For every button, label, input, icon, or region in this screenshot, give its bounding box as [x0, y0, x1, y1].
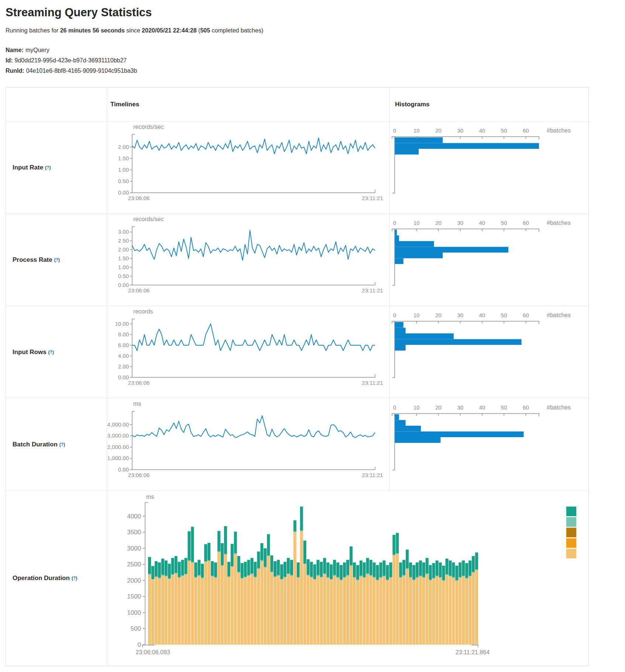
completed-batch-count: 505: [200, 27, 210, 34]
operation-duration-chart-cell: ms0500100015002000250030003500400023:06:…: [107, 491, 588, 666]
svg-text:10: 10: [413, 127, 420, 134]
svg-text:0.00: 0.00: [118, 282, 129, 288]
svg-text:4,000.00: 4,000.00: [107, 421, 129, 428]
query-name-row: Name:myQuery: [6, 45, 625, 55]
svg-text:50: 50: [501, 127, 507, 134]
query-id-row: Id:9d0dd219-995d-423e-b97d-36931110bb27: [6, 55, 625, 66]
input-rate-timeline-chart: records/sec0.000.501.001.502.0023:06:062…: [107, 121, 389, 213]
svg-text:#batches: #batches: [547, 312, 571, 318]
svg-text:0: 0: [393, 127, 396, 134]
start-timestamp: 2020/05/21 22:44:28: [142, 27, 197, 34]
svg-text:1,000.00: 1,000.00: [107, 455, 129, 461]
header-empty-cell: [6, 88, 107, 121]
svg-text:1500: 1500: [127, 593, 141, 600]
svg-text:50: 50: [501, 404, 507, 411]
svg-text:4000: 4000: [127, 513, 141, 520]
svg-text:records/sec: records/sec: [133, 124, 164, 130]
svg-text:23:06:06: 23:06:06: [128, 472, 150, 478]
svg-text:50: 50: [501, 312, 507, 318]
input-rows-timeline-chart: records0.002.004.006.008.0010.0023:06:06…: [107, 306, 389, 398]
svg-text:0.00: 0.00: [118, 189, 129, 196]
svg-text:#batches: #batches: [547, 127, 571, 134]
svg-text:40: 40: [479, 404, 485, 411]
svg-text:1.50: 1.50: [118, 255, 129, 261]
svg-text:3,000.00: 3,000.00: [107, 432, 129, 439]
process-rate-timeline-cell: records/sec0.000.501.001.502.002.503.002…: [107, 214, 390, 306]
svg-text:0: 0: [138, 641, 141, 648]
statistics-table: Timelines Histograms Input Rate(?) recor…: [6, 87, 589, 666]
input-rate-histogram-cell: 0102030405060#batches: [390, 121, 588, 214]
svg-text:0.50: 0.50: [118, 273, 129, 279]
page-title: Streaming Query Statistics: [6, 6, 625, 19]
svg-text:30: 30: [457, 220, 463, 226]
query-id-value: 9d0dd219-995d-423e-b97d-36931110bb27: [15, 57, 127, 64]
svg-text:#batches: #batches: [547, 220, 571, 226]
svg-text:40: 40: [479, 312, 485, 318]
query-runid-value: 04e101e6-8bf8-4165-9099-9104c951ba3b: [26, 68, 137, 74]
operation-duration-stacked-chart: ms0500100015002000250030003500400023:06:…: [107, 491, 588, 665]
input-rate-timeline-cell: records/sec0.000.501.001.502.0023:06:062…: [107, 121, 390, 214]
svg-text:1.50: 1.50: [118, 155, 129, 161]
running-batches-summary: Running batches for 26 minutes 56 second…: [6, 27, 625, 34]
svg-text:20: 20: [435, 127, 442, 134]
svg-text:23:11:21: 23:11:21: [362, 472, 383, 478]
svg-text:30: 30: [457, 127, 463, 134]
svg-text:0: 0: [393, 220, 396, 226]
svg-text:records/sec: records/sec: [133, 216, 164, 222]
input-rows-help-icon[interactable]: (?): [48, 350, 54, 355]
run-duration: 26 minutes 56 seconds: [60, 27, 125, 34]
svg-text:60: 60: [523, 404, 529, 411]
svg-text:20: 20: [435, 312, 442, 318]
operation-duration-help-icon[interactable]: (?): [72, 576, 77, 581]
svg-text:3.00: 3.00: [118, 229, 129, 235]
svg-text:0: 0: [393, 312, 396, 318]
svg-text:60: 60: [523, 127, 529, 134]
svg-text:1.00: 1.00: [118, 264, 129, 270]
svg-text:2000: 2000: [127, 577, 141, 584]
svg-text:3500: 3500: [127, 529, 141, 536]
svg-text:30: 30: [457, 312, 463, 318]
svg-text:6.00: 6.00: [118, 342, 129, 348]
svg-text:ms: ms: [146, 494, 154, 500]
header-timelines: Timelines: [107, 88, 390, 121]
row-label-batch-duration: Batch Duration(?): [6, 398, 107, 491]
row-label-operation-duration: Operation Duration(?): [6, 491, 107, 666]
process-rate-help-icon[interactable]: (?): [54, 257, 60, 263]
svg-text:23:06:06: 23:06:06: [128, 287, 150, 294]
svg-text:0: 0: [393, 404, 396, 411]
svg-text:ms: ms: [133, 401, 141, 407]
process-rate-histogram-cell: 0102030405060#batches: [390, 214, 588, 306]
input-rate-histogram-chart: 0102030405060#batches: [390, 121, 588, 213]
row-label-input-rows: Input Rows(?): [6, 306, 107, 398]
svg-text:0.00: 0.00: [118, 466, 129, 473]
svg-text:23:06:06: 23:06:06: [128, 195, 150, 201]
svg-text:30: 30: [457, 404, 463, 411]
svg-text:20: 20: [435, 404, 442, 411]
row-label-process-rate: Process Rate(?): [6, 214, 107, 306]
svg-text:40: 40: [479, 127, 485, 134]
svg-text:2.00: 2.00: [118, 246, 129, 253]
svg-text:0.50: 0.50: [118, 178, 129, 184]
svg-text:60: 60: [523, 220, 529, 226]
svg-text:1.00: 1.00: [118, 167, 129, 173]
svg-text:60: 60: [523, 312, 529, 318]
process-rate-histogram-chart: 0102030405060#batches: [390, 214, 588, 306]
svg-text:10: 10: [413, 312, 420, 318]
input-rate-help-icon[interactable]: (?): [45, 165, 51, 170]
batch-duration-timeline-chart: ms0.001,000.002,000.003,000.004,000.0023…: [107, 398, 389, 490]
svg-text:23:06:06.093: 23:06:06.093: [135, 649, 170, 655]
svg-text:20: 20: [435, 220, 442, 226]
input-rows-timeline-cell: records0.002.004.006.008.0010.0023:06:06…: [107, 306, 390, 398]
svg-text:23:11:21.864: 23:11:21.864: [456, 649, 490, 655]
batch-duration-histogram-chart: 0102030405060#batches: [390, 398, 588, 490]
svg-text:23:11:21: 23:11:21: [362, 287, 383, 294]
header-histograms: Histograms: [390, 88, 588, 121]
svg-text:2.50: 2.50: [118, 237, 129, 244]
svg-text:10: 10: [413, 404, 420, 411]
svg-text:2.00: 2.00: [118, 144, 129, 150]
svg-text:2.00: 2.00: [118, 363, 129, 370]
process-rate-timeline-chart: records/sec0.000.501.001.502.002.503.002…: [107, 214, 389, 306]
batch-duration-help-icon[interactable]: (?): [59, 442, 65, 447]
svg-text:500: 500: [131, 625, 141, 632]
svg-text:10.00: 10.00: [115, 320, 129, 327]
